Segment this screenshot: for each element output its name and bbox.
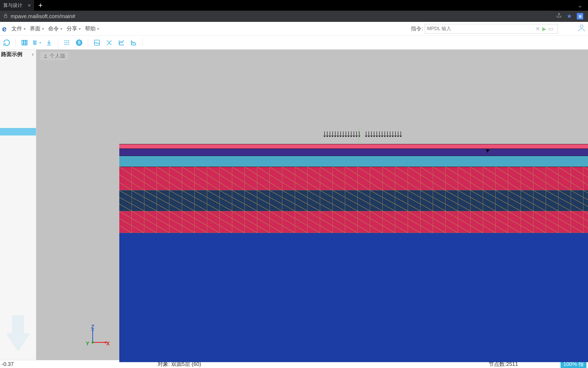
status-coord: -0.37: [2, 361, 14, 367]
midline: [358, 127, 359, 143]
viewport-tag: 个人版: [40, 52, 68, 60]
layers-icon[interactable]: ▾: [32, 38, 42, 48]
refresh-icon[interactable]: [2, 38, 12, 48]
svg-marker-17: [92, 328, 94, 331]
coord-axes: Z Y X: [86, 326, 110, 347]
menu-file[interactable]: 文件▾: [9, 25, 28, 32]
window-icon[interactable]: ▭: [548, 26, 553, 32]
grid-icon[interactable]: [62, 38, 72, 48]
svg-point-5: [64, 40, 66, 41]
address-bar: mpave.mailisoft.com/main# ★ ▦: [0, 11, 588, 22]
collapse-icon[interactable]: ‹: [32, 51, 34, 58]
new-tab-button[interactable]: +: [34, 1, 47, 10]
shuffle-icon[interactable]: [104, 38, 114, 48]
load-arrows-right: ↓↓↓↓↓↓↓↓↓↓↓↓↓↓: [364, 128, 401, 143]
svg-point-10: [68, 42, 69, 43]
svg-rect-0: [4, 15, 7, 18]
viewport[interactable]: 个人版 ↓↓↓↓↓↓↓↓↓↓↓↓↓↓ ↓↓↓↓↓↓↓↓↓↓↓↓↓↓ Z Y X: [36, 50, 588, 360]
sidebar: 路面示例 ‹: [0, 50, 36, 360]
svg-point-6: [66, 40, 67, 41]
columns-icon[interactable]: [19, 38, 30, 48]
menubar: e 文件▾ 界面▾ 命令▾ 分享▾ 帮助▾ 指令: ✕ ▶ ▭: [0, 22, 588, 36]
close-icon[interactable]: ×: [28, 2, 31, 9]
app-logo: e: [2, 24, 9, 33]
extension-icon[interactable]: ▦: [577, 13, 583, 19]
menu-share[interactable]: 分享▾: [64, 25, 83, 32]
svg-point-12: [66, 44, 67, 45]
svg-rect-3: [24, 40, 25, 45]
svg-point-8: [64, 42, 66, 43]
browser-tabbar: 算与设计 × + ⌄: [0, 0, 588, 11]
layer-2: [119, 149, 588, 156]
url-text[interactable]: mpave.mailisoft.com/main#: [11, 13, 553, 19]
svg-point-1: [580, 25, 583, 28]
tab-title: 算与设计: [3, 2, 22, 9]
svg-rect-4: [26, 40, 27, 45]
user-icon[interactable]: [577, 23, 586, 34]
image-icon[interactable]: [92, 38, 102, 48]
svg-marker-19: [105, 341, 108, 343]
model: ↓↓↓↓↓↓↓↓↓↓↓↓↓↓ ↓↓↓↓↓↓↓↓↓↓↓↓↓↓: [119, 144, 588, 362]
mesh-red-2: [119, 211, 588, 233]
s-badge-icon[interactable]: S: [74, 38, 84, 48]
svg-point-11: [64, 44, 66, 45]
load-arrows-left: ↓↓↓↓↓↓↓↓↓↓↓↓↓↓: [322, 128, 360, 143]
download-icon[interactable]: [44, 38, 54, 48]
svg-point-9: [66, 42, 67, 43]
svg-point-20: [92, 341, 94, 343]
svg-point-7: [68, 40, 69, 41]
bookmark-icon[interactable]: ★: [567, 13, 572, 20]
svg-point-13: [68, 44, 69, 45]
play-icon[interactable]: ▶: [542, 26, 546, 32]
layer-3: [119, 156, 588, 167]
browser-tab[interactable]: 算与设计 ×: [0, 0, 34, 11]
svg-rect-2: [22, 40, 23, 45]
menu-command[interactable]: 命令▾: [46, 25, 64, 32]
menu-help[interactable]: 帮助▾: [83, 25, 101, 32]
lock-icon: [3, 13, 8, 19]
sidebar-item-active[interactable]: [0, 128, 36, 135]
chart-down-icon[interactable]: [129, 38, 139, 48]
share-icon[interactable]: [556, 13, 562, 20]
sidebar-title: 路面示例: [1, 51, 22, 58]
toolbar: ▾ S: [0, 36, 588, 50]
layer-1: [119, 144, 588, 149]
layer-bottom: [119, 233, 588, 362]
svg-point-15: [45, 54, 46, 56]
mesh-blue: [119, 190, 588, 211]
chart-up-icon[interactable]: [116, 38, 126, 48]
mesh-red-1: [119, 167, 588, 190]
clear-icon[interactable]: ✕: [536, 26, 540, 32]
tabbar-dropdown-icon[interactable]: ⌄: [577, 2, 588, 9]
sidebar-arrow-graphic: [0, 312, 36, 355]
command-label: 指令:: [411, 25, 423, 32]
menu-view[interactable]: 界面▾: [28, 25, 46, 32]
